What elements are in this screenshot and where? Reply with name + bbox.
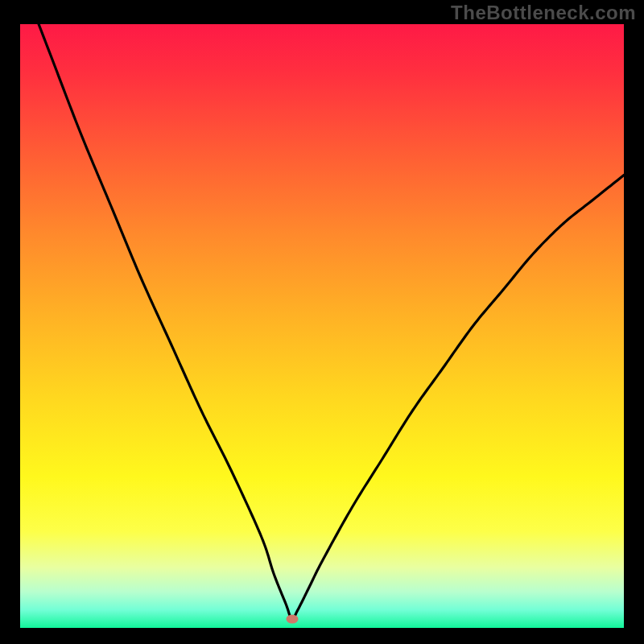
bottleneck-curve — [20, 24, 624, 619]
chart-container: TheBottleneck.com — [0, 0, 644, 644]
minimum-marker — [286, 614, 298, 623]
watermark-text: TheBottleneck.com — [451, 2, 636, 24]
plot-area — [20, 24, 624, 628]
curve-layer — [20, 24, 624, 628]
